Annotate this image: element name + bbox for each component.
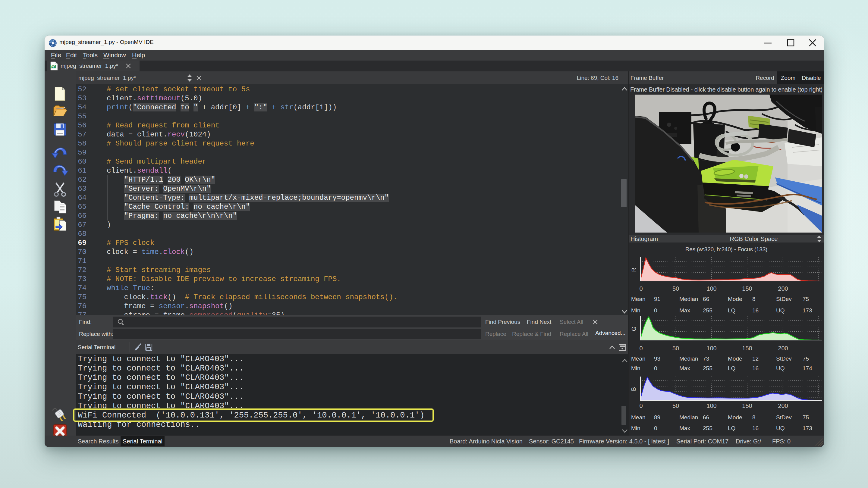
svg-text:PY: PY xyxy=(51,65,55,68)
